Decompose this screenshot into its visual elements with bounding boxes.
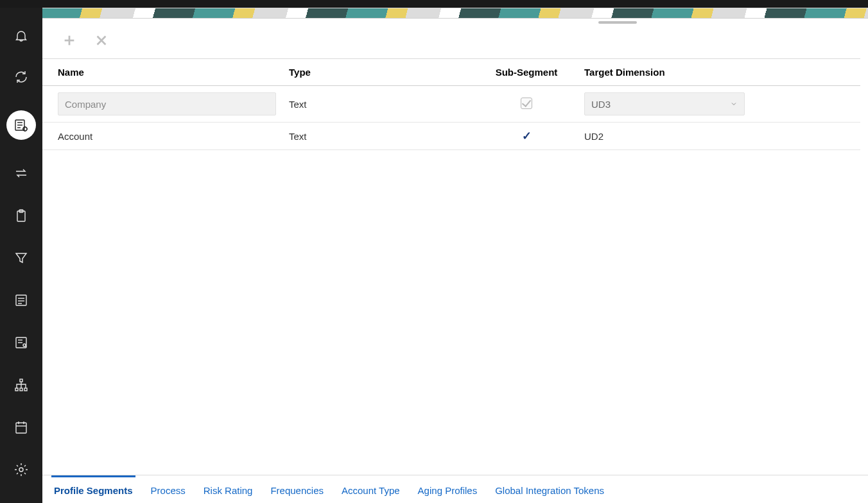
svg-rect-23	[24, 388, 27, 391]
sidebar-item-configure-lists[interactable]	[6, 110, 36, 140]
sidebar-item-clipboard[interactable]	[12, 207, 30, 225]
list-gear-icon	[13, 117, 29, 133]
tab-risk-rating[interactable]: Risk Rating	[201, 475, 256, 503]
hierarchy-icon	[13, 377, 29, 393]
sidebar-item-review[interactable]	[12, 334, 30, 352]
app-top-bar	[0, 0, 868, 8]
table-row[interactable]: Account Text ✓ UD2	[42, 123, 860, 150]
sidebar-nav	[0, 8, 42, 503]
svg-rect-22	[20, 388, 22, 391]
notes-icon	[13, 293, 29, 308]
svg-point-33	[19, 468, 23, 472]
name-cell[interactable]: Account	[42, 123, 282, 150]
refresh-icon	[13, 69, 29, 85]
svg-rect-24	[16, 423, 26, 433]
swap-icon	[13, 166, 29, 181]
panel-drag-handle[interactable]	[598, 21, 637, 24]
content-area: Name Type Sub-Segment Target Dimension T…	[42, 8, 868, 503]
add-row-button[interactable]	[60, 31, 78, 49]
calendar-icon	[13, 420, 29, 435]
col-header-target[interactable]: Target Dimension	[578, 59, 860, 86]
select-value: UD3	[591, 99, 611, 110]
target-dimension-select[interactable]: UD3	[584, 92, 745, 115]
sidebar-item-hierarchy[interactable]	[12, 376, 30, 394]
segments-table: Name Type Sub-Segment Target Dimension T…	[42, 58, 860, 150]
table-header-row: Name Type Sub-Segment Target Dimension	[42, 59, 860, 86]
tab-aging-profiles[interactable]: Aging Profiles	[415, 475, 480, 503]
subsegment-check-icon[interactable]: ✓	[522, 129, 532, 143]
svg-point-18	[23, 344, 26, 346]
bell-icon	[13, 27, 29, 42]
tab-global-integration-tokens[interactable]: Global Integration Tokens	[492, 475, 607, 503]
subsegment-checkbox	[521, 98, 532, 109]
sidebar-item-notes[interactable]	[12, 291, 30, 309]
tab-profile-segments[interactable]: Profile Segments	[51, 475, 135, 503]
sidebar-item-transfer[interactable]	[12, 164, 30, 182]
tab-process[interactable]: Process	[148, 475, 188, 503]
plus-icon	[62, 33, 76, 47]
sidebar-item-refresh[interactable]	[12, 68, 30, 86]
clipboard-icon	[13, 208, 29, 223]
chevron-down-icon	[730, 99, 738, 110]
svg-rect-20	[20, 379, 22, 382]
type-cell[interactable]: Text	[282, 86, 475, 123]
sidebar-item-notifications[interactable]	[12, 26, 30, 44]
svg-rect-21	[15, 388, 18, 391]
col-header-name[interactable]: Name	[42, 59, 282, 86]
close-icon	[94, 33, 108, 47]
decorative-banner	[42, 8, 868, 19]
funnel-icon	[13, 250, 29, 266]
table-row[interactable]: Text UD3	[42, 86, 860, 123]
sidebar-item-filter[interactable]	[12, 249, 30, 267]
col-header-subsegment[interactable]: Sub-Segment	[475, 59, 578, 86]
type-cell[interactable]: Text	[282, 123, 475, 150]
target-cell[interactable]: UD2	[578, 123, 860, 150]
sidebar-item-settings[interactable]	[12, 461, 30, 479]
review-icon	[13, 335, 29, 350]
name-input[interactable]	[58, 92, 276, 115]
bottom-tabs: Profile Segments Process Risk Rating Fre…	[42, 475, 868, 503]
gear-icon	[13, 462, 29, 477]
table-toolbar	[42, 19, 868, 58]
tab-account-type[interactable]: Account Type	[339, 475, 403, 503]
sidebar-item-calendar[interactable]	[12, 418, 30, 436]
svg-point-4	[23, 127, 27, 131]
tab-frequencies[interactable]: Frequencies	[268, 475, 326, 503]
delete-row-button[interactable]	[92, 31, 110, 49]
col-header-type[interactable]: Type	[282, 59, 475, 86]
